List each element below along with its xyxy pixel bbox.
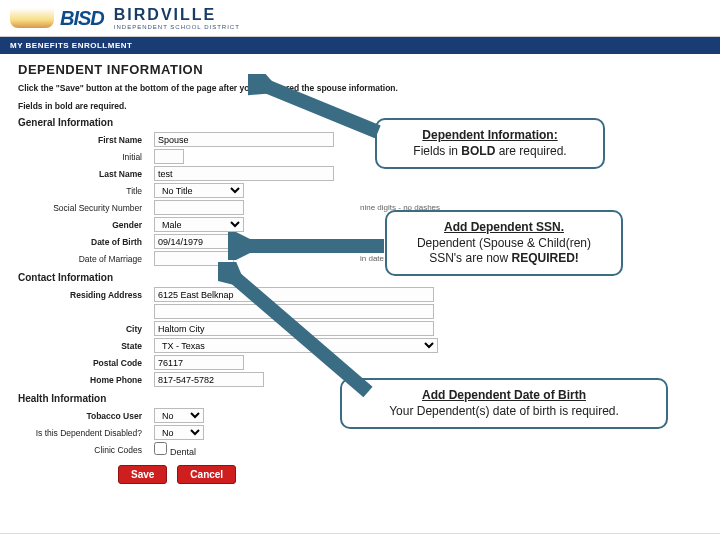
callout-ssn: Add Dependent SSN. Dependent (Spouse & C… [385,210,623,276]
callout3-head: Add Dependent Date of Birth [356,388,652,403]
city-field[interactable] [154,321,434,336]
label-initial: Initial [18,152,148,162]
callout1-head: Dependent Information: [391,128,589,143]
cancel-button[interactable]: Cancel [177,465,236,484]
home-phone-field[interactable] [154,372,264,387]
footer-divider [0,533,720,534]
callout-dependent-info: Dependent Information: Fields in BOLD ar… [375,118,605,169]
dob-field[interactable] [154,234,234,249]
clinic-row: Dental [154,442,480,457]
tobacco-select[interactable]: No [154,408,204,423]
label-last-name: Last Name [18,169,148,179]
brand: BIRDVILLE INDEPENDENT SCHOOL DISTRICT [114,6,240,30]
gender-select[interactable]: Male [154,217,244,232]
page-instruction: Click the "Save" button at the bottom of… [18,83,418,93]
label-tobacco: Tobacco User [18,411,148,421]
callout2-body: Dependent (Spouse & Child(ren) SSN's are… [401,236,607,266]
label-dom: Date of Marriage [18,254,148,264]
logo: BISD [10,4,104,32]
address2-field[interactable] [154,304,434,319]
state-select[interactable]: TX - Texas [154,338,438,353]
label-address: Residing Address [18,290,148,300]
logo-book-icon [10,4,54,32]
nav-text: MY BENEFITS ENROLLMENT [10,41,132,50]
disabled-select[interactable]: No [154,425,204,440]
first-name-field[interactable] [154,132,334,147]
brand-sub: INDEPENDENT SCHOOL DISTRICT [114,24,240,30]
callout1-body: Fields in BOLD are required. [391,144,589,159]
callout-dob: Add Dependent Date of Birth Your Depende… [340,378,668,429]
title-select[interactable]: No Title [154,183,244,198]
label-ssn: Social Security Number [18,203,148,213]
label-dob: Date of Birth [18,237,148,247]
nav-bar: MY BENEFITS ENROLLMENT [0,37,720,54]
clinic-dental-label[interactable]: Dental [154,442,196,457]
postal-field[interactable] [154,355,244,370]
header-bar: BISD BIRDVILLE INDEPENDENT SCHOOL DISTRI… [0,0,720,37]
dom-field[interactable] [154,251,234,266]
label-first-name: First Name [18,135,148,145]
label-gender: Gender [18,220,148,230]
label-clinic: Clinic Codes [18,445,148,455]
contact-form: Residing Address City State TX - Texas P… [18,287,702,387]
brand-main: BIRDVILLE [114,6,240,24]
callout3-body: Your Dependent(s) date of birth is requi… [356,404,652,419]
ssn-field[interactable] [154,200,244,215]
label-title: Title [18,186,148,196]
logo-initials: BISD [60,7,104,30]
label-home-phone: Home Phone [18,375,148,385]
label-city: City [18,324,148,334]
save-button[interactable]: Save [118,465,167,484]
clinic-dental-checkbox[interactable] [154,442,167,455]
label-disabled: Is this Dependent Disabled? [18,428,148,438]
button-row: Save Cancel [118,465,702,484]
page-title: DEPENDENT INFORMATION [18,62,702,77]
last-name-field[interactable] [154,166,334,181]
label-postal: Postal Code [18,358,148,368]
initial-field[interactable] [154,149,184,164]
callout2-head: Add Dependent SSN. [401,220,607,235]
address-field[interactable] [154,287,434,302]
label-state: State [18,341,148,351]
required-note: Fields in bold are required. [18,101,702,111]
